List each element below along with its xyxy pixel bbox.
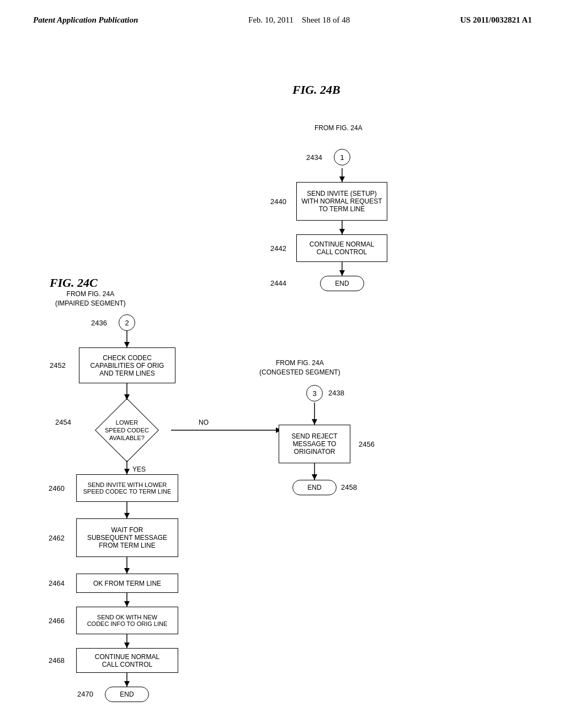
box-2466: SEND OK WITH NEW CODEC INFO TO ORIG LINE (76, 607, 178, 634)
end-2470: END (105, 687, 149, 702)
header-right: US 2011/0032821 A1 (460, 15, 532, 25)
connector-2: 2 (119, 314, 135, 331)
ref-2462: 2462 (49, 534, 65, 542)
box-2464: OK FROM TERM LINE (76, 574, 178, 593)
svg-marker-19 (124, 568, 130, 574)
svg-marker-7 (124, 342, 130, 347)
ref-2460: 2460 (49, 484, 65, 493)
svg-marker-23 (124, 643, 130, 648)
end-2444: END (320, 276, 364, 291)
ref-2470: 2470 (77, 690, 93, 698)
header-date: Feb. 10, 2011 (248, 15, 294, 24)
svg-marker-1 (339, 176, 345, 182)
connector-1: 1 (334, 149, 350, 165)
diamond-2454: LOWERSPEED CODECAVAILABLE? (94, 400, 160, 461)
svg-marker-17 (124, 513, 130, 518)
ref-2440: 2440 (270, 197, 286, 206)
svg-marker-25 (124, 681, 130, 687)
svg-marker-3 (339, 229, 345, 234)
svg-marker-27 (312, 419, 317, 425)
end-2458: END (292, 480, 337, 495)
box-2462: WAIT FOR SUBSEQUENT MESSAGE FROM TERM LI… (76, 518, 178, 557)
box-2452: CHECK CODEC CAPABILITIES OF ORIG AND TER… (79, 347, 175, 383)
ref-2468: 2468 (49, 656, 65, 665)
ref-2434: 2434 (306, 153, 322, 162)
header-left: Patent Application Publication (33, 15, 138, 25)
svg-marker-5 (339, 270, 345, 276)
ref-2438: 2438 (328, 389, 344, 397)
page-header: Patent Application Publication Feb. 10, … (0, 0, 565, 25)
ref-2454: 2454 (55, 418, 71, 426)
ref-2442: 2442 (270, 244, 286, 253)
svg-marker-29 (312, 474, 317, 480)
box-2468: CONTINUE NORMAL CALL CONTROL (76, 648, 178, 673)
from-fig24a-congested: FROM FIG. 24A (CONGESTED SEGMENT) (259, 358, 340, 377)
from-fig24a-impaired: FROM FIG. 24A (IMPAIRED SEGMENT) (55, 290, 126, 308)
svg-marker-21 (124, 601, 130, 607)
ref-2458: 2458 (341, 483, 357, 491)
ref-2444: 2444 (270, 279, 286, 287)
header-center: Feb. 10, 2011 Sheet 18 of 48 (248, 15, 350, 25)
ref-2466: 2466 (49, 617, 65, 625)
ref-2436: 2436 (91, 319, 107, 327)
fig-24b-label: FIG. 24B (292, 83, 340, 97)
fig-24c-label: FIG. 24C (50, 276, 98, 290)
ref-2452: 2452 (50, 361, 66, 370)
header-sheet: Sheet 18 of 48 (302, 15, 350, 24)
box-2460: SEND INVITE WITH LOWER SPEED CODEC TO TE… (76, 474, 178, 502)
svg-marker-14 (124, 469, 130, 474)
diagram-area: NO YES FIG. 24B FROM FI (0, 61, 565, 722)
from-fig24a-label: FROM FIG. 24A (315, 124, 363, 132)
box-2456: SEND REJECT MESSAGE TO ORIGINATOR (279, 425, 350, 463)
connector-3: 3 (306, 385, 323, 402)
svg-text:NO: NO (199, 419, 209, 426)
box-2442: CONTINUE NORMAL CALL CONTROL (296, 234, 387, 262)
box-2440: SEND INVITE (SETUP) WITH NORMAL REQUEST … (296, 182, 387, 221)
svg-text:YES: YES (132, 465, 146, 473)
ref-2456: 2456 (359, 440, 375, 448)
ref-2464: 2464 (49, 579, 65, 587)
